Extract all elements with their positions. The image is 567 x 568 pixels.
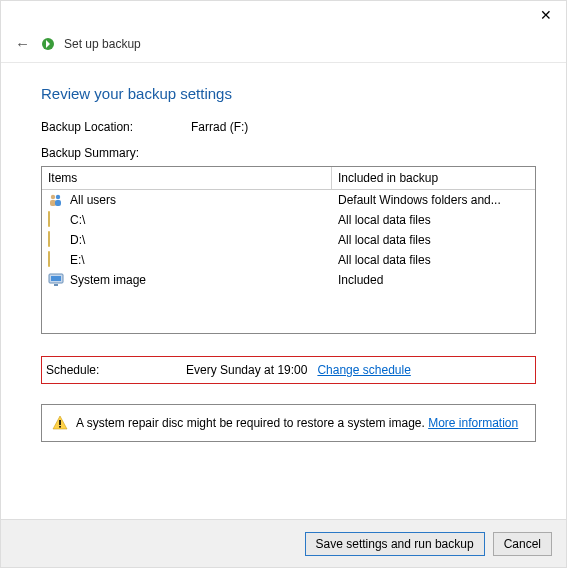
item-name: E:\	[70, 253, 85, 267]
info-text: A system repair disc might be required t…	[76, 416, 518, 430]
window-title: Set up backup	[64, 37, 141, 51]
warning-icon	[52, 415, 68, 431]
backup-location-value: Farrad (F:)	[191, 120, 248, 134]
svg-rect-8	[59, 420, 61, 425]
item-included: Included	[328, 273, 535, 287]
item-name: System image	[70, 273, 146, 287]
people-icon	[48, 192, 64, 208]
item-name: All users	[70, 193, 116, 207]
table-row[interactable]: E:\All local data files	[42, 250, 535, 270]
close-icon[interactable]: ✕	[532, 5, 560, 25]
more-info-link[interactable]: More information	[428, 416, 518, 430]
change-schedule-link[interactable]: Change schedule	[317, 363, 410, 377]
page-heading: Review your backup settings	[41, 85, 536, 102]
monitor-icon	[48, 272, 64, 288]
svg-rect-9	[59, 426, 61, 428]
column-items[interactable]: Items	[42, 167, 332, 189]
table-row[interactable]: D:\All local data files	[42, 230, 535, 250]
back-arrow-icon[interactable]: ←	[15, 35, 30, 52]
item-name: D:\	[70, 233, 85, 247]
item-name: C:\	[70, 213, 85, 227]
svg-point-1	[51, 195, 55, 199]
table-row[interactable]: C:\All local data files	[42, 210, 535, 230]
items-list: Items Included in backup All usersDefaul…	[41, 166, 536, 334]
backup-summary-label: Backup Summary:	[41, 146, 536, 160]
svg-rect-7	[54, 284, 58, 286]
item-included: All local data files	[328, 233, 535, 247]
info-box: A system repair disc might be required t…	[41, 404, 536, 442]
table-row[interactable]: System imageIncluded	[42, 270, 535, 290]
save-run-button[interactable]: Save settings and run backup	[305, 532, 485, 556]
folder-icon	[48, 212, 64, 228]
folder-icon	[48, 232, 64, 248]
schedule-value: Every Sunday at 19:00	[186, 363, 307, 377]
item-included: All local data files	[328, 213, 535, 227]
item-included: All local data files	[328, 253, 535, 267]
item-included: Default Windows folders and...	[328, 193, 535, 207]
backup-location-label: Backup Location:	[41, 120, 191, 134]
svg-rect-4	[55, 200, 61, 206]
svg-point-2	[56, 195, 60, 199]
schedule-label: Schedule:	[46, 363, 186, 377]
svg-rect-6	[51, 276, 61, 281]
table-row[interactable]: All usersDefault Windows folders and...	[42, 190, 535, 210]
folder-icon	[48, 252, 64, 268]
cancel-button[interactable]: Cancel	[493, 532, 552, 556]
backup-icon	[40, 36, 56, 52]
schedule-row: Schedule: Every Sunday at 19:00 Change s…	[41, 356, 536, 384]
column-included[interactable]: Included in backup	[332, 167, 535, 189]
